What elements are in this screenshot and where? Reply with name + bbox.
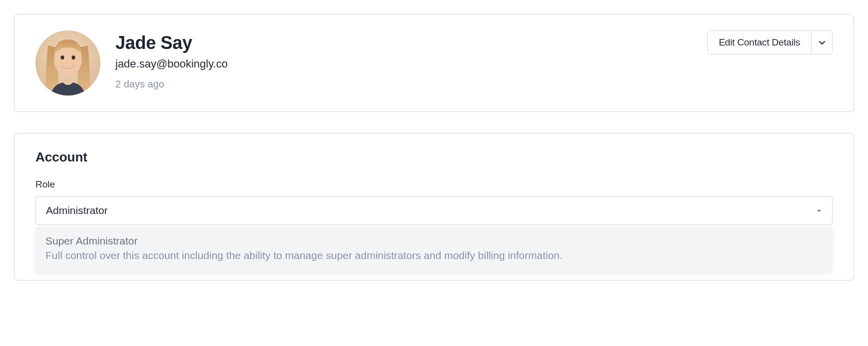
account-section-title: Account (35, 150, 833, 165)
role-select[interactable]: Administrator (35, 196, 833, 225)
profile-email: jade.say@bookingly.co (115, 58, 692, 70)
avatar (35, 30, 100, 96)
svg-point-2 (61, 56, 64, 60)
caret-down-icon (816, 204, 822, 216)
avatar-image (35, 30, 100, 96)
profile-info: Jade Say jade.say@bookingly.co 2 days ag… (115, 30, 692, 90)
edit-contact-button-group: Edit Contact Details (707, 30, 833, 54)
profile-row: Jade Say jade.say@bookingly.co 2 days ag… (35, 30, 833, 96)
role-option-title: Super Administrator (45, 235, 823, 247)
role-option-description: Full control over this account including… (45, 248, 823, 262)
role-dropdown: Super Administrator Full control over th… (35, 227, 833, 272)
profile-card: Jade Say jade.say@bookingly.co 2 days ag… (14, 14, 854, 112)
role-select-wrapper: Administrator Super Administrator Full c… (35, 196, 833, 225)
role-option-super-administrator[interactable]: Super Administrator Full control over th… (35, 227, 833, 272)
account-card: Account Role Administrator Super Adminis… (14, 133, 854, 280)
edit-contact-dropdown-toggle[interactable] (811, 31, 832, 54)
chevron-down-icon (818, 38, 826, 46)
profile-last-active: 2 days ago (115, 78, 692, 90)
profile-name: Jade Say (115, 32, 692, 54)
role-selected-value: Administrator (46, 204, 108, 216)
role-field-label: Role (35, 179, 833, 190)
svg-point-3 (72, 56, 75, 60)
edit-contact-button[interactable]: Edit Contact Details (708, 31, 811, 54)
